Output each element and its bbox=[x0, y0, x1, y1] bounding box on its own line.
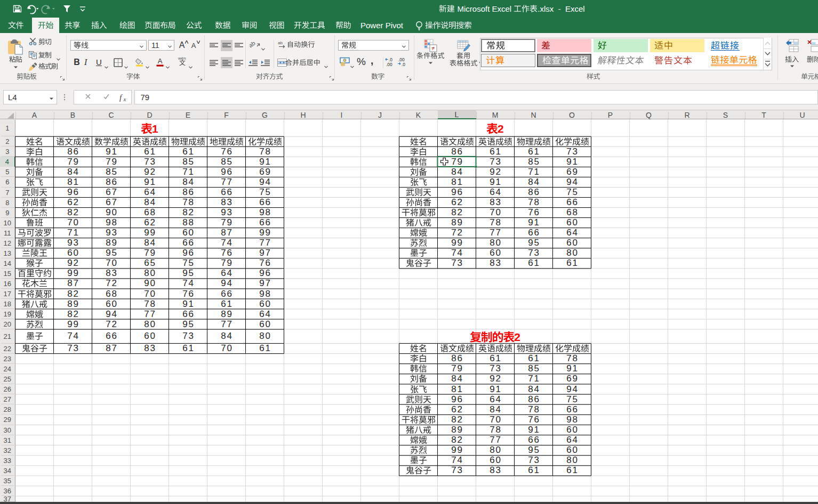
svg-text:ab: ab bbox=[278, 40, 283, 45]
svg-text:x: x bbox=[123, 96, 126, 102]
svg-text:A: A bbox=[158, 58, 163, 65]
svg-text:ab: ab bbox=[250, 40, 256, 48]
svg-text:f: f bbox=[119, 93, 122, 102]
svg-text:.0: .0 bbox=[402, 62, 405, 67]
svg-text:.00: .00 bbox=[386, 62, 392, 67]
svg-text:≠: ≠ bbox=[431, 45, 435, 51]
